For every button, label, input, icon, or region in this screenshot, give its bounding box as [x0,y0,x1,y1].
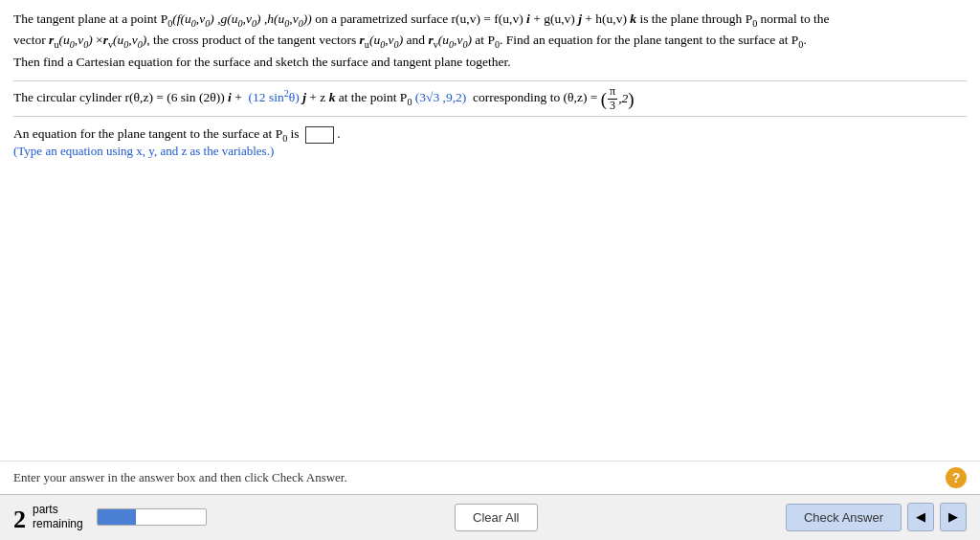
progress-bar [97,508,207,526]
problem-description: The tangent plane at a point P0(f(u0,v0)… [13,10,967,73]
instruction-text: Enter your answer in the answer box and … [13,470,347,485]
progress-bar-container [97,508,207,526]
answer-intro-text: An equation for the plane tangent to the… [13,126,302,141]
answer-input[interactable] [305,126,334,144]
answer-period: . [337,126,340,141]
desc-text: The tangent plane at a point P0(f(u0,v0)… [13,11,830,26]
right-section: Check Answer ◀ ▶ [786,503,967,531]
next-button[interactable]: ▶ [940,503,967,531]
help-button[interactable]: ? [946,467,967,488]
problem-line: The circular cylinder r(θ,z) = (6 sin (2… [13,80,967,117]
hint-text: (Type an equation using x, y, and z as t… [13,144,274,158]
desc-text-line3: Then find a Cartesian equation for the s… [13,55,511,69]
center-section: Clear All [216,504,776,531]
parts-remaining-group: 2 parts remaining [13,503,83,532]
parts-number: 2 [13,507,26,532]
prev-button[interactable]: ◀ [907,503,934,531]
clear-all-button[interactable]: Clear All [455,504,537,531]
parts-label: parts [33,503,83,518]
remaining-label: remaining [33,517,83,532]
check-answer-button[interactable]: Check Answer [786,504,902,531]
progress-bar-fill [98,509,136,525]
desc-text-line2: vector ru(u0,v0) ×rv(u0,v0), the cross p… [13,33,807,47]
main-content: The tangent plane at a point P0(f(u0,v0)… [0,0,980,237]
problem-statement: The circular cylinder r(θ,z) = (6 sin (2… [13,90,635,104]
answer-section: An equation for the plane tangent to the… [13,126,967,159]
bottom-info-bar: Enter your answer in the answer box and … [0,461,980,494]
footer-bar: 2 parts remaining Clear All Check Answer… [0,494,980,540]
